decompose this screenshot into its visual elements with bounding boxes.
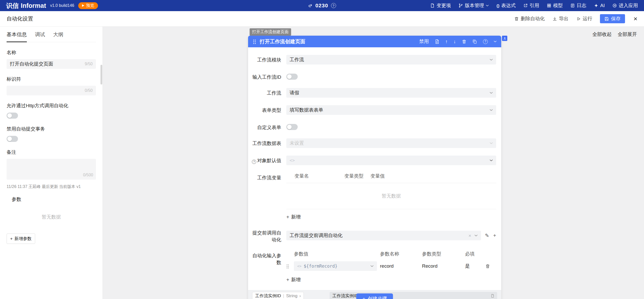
nav-item-log[interactable]: 日志	[570, 2, 586, 9]
last-updated-meta: 11/26 11:37 王延峰 最后更新 当前版本 v1	[7, 184, 96, 189]
remark-counter: 0/500	[83, 173, 93, 177]
delete-param-icon[interactable]	[485, 264, 490, 269]
default-obj-input[interactable]: <>	[286, 156, 496, 165]
chevron-down-icon	[490, 92, 493, 94]
card-header-actions: 禁用 ↑ ↓ ?	[419, 38, 497, 45]
param-value-select[interactable]: <> ${formRecord}	[294, 261, 377, 271]
nav-item-model[interactable]: 模型	[547, 2, 563, 9]
custom-form-toggle[interactable]	[286, 124, 298, 130]
output-name-input[interactable]: 工作流实例ID	[330, 292, 497, 299]
sidebar-scrollbar[interactable]	[100, 65, 102, 84]
disable-button[interactable]: 禁用	[419, 38, 429, 45]
trash-icon	[514, 16, 519, 21]
clear-icon[interactable]: ×	[468, 233, 471, 238]
nav-item-label: 表达式	[501, 2, 516, 9]
user-lookup-badge[interactable]	[502, 36, 507, 41]
remark-textarea[interactable]: 0/500	[7, 159, 96, 180]
plus-icon: +	[286, 277, 289, 282]
app-logo[interactable]: 识信 Informat	[6, 3, 46, 9]
nav-item-changes[interactable]: 变更项	[430, 2, 451, 9]
auto-params-label: 自动化输入参数	[248, 251, 281, 283]
nav-item-enter-app[interactable]: 进入应用	[612, 2, 638, 9]
form-type-label: 表单类型	[248, 105, 281, 115]
row-drag-handle-icon[interactable]	[286, 264, 289, 268]
auto-param-row: <> ${formRecord} record Record 是	[286, 261, 496, 271]
card-header[interactable]: 打开工作流创建页面 禁用 ↑ ↓ ?	[248, 36, 501, 47]
workflow-label: 工作流	[248, 88, 281, 98]
nav-item-label: 日志	[577, 2, 586, 9]
delete-label: 删除自动化	[521, 15, 545, 22]
expand-all-link[interactable]: 全部展开	[618, 31, 637, 38]
add-param-button[interactable]: + 新增参数	[7, 233, 35, 244]
code-icon: <>	[297, 264, 301, 268]
tab-basic-info[interactable]: 基本信息	[7, 31, 27, 42]
input-id-toggle[interactable]	[286, 74, 298, 80]
save-template-icon[interactable]	[435, 39, 439, 44]
chevron-down-icon	[370, 265, 374, 267]
output-doc-icon	[491, 294, 494, 298]
main-area: 基本信息 调试 大纲 名称 打开自动化提交页面 9/50 标识符 0/50 允许…	[0, 27, 644, 299]
add-param-row-button[interactable]: + 新增	[286, 276, 301, 283]
close-icon[interactable]: ×	[634, 15, 637, 22]
edit-automation-icon[interactable]: ✎	[485, 233, 489, 238]
nav-item-ai[interactable]: AI	[594, 3, 605, 8]
move-down-icon[interactable]: ↓	[454, 39, 456, 44]
chevron-down-icon	[486, 5, 489, 7]
output-variable-chip[interactable]: 工作流实例ID | String ›	[252, 292, 304, 299]
page-actions: 删除自动化 导出 运行 保存 ×	[514, 14, 637, 23]
add-automation-icon[interactable]: +	[493, 233, 496, 238]
model-grid-icon	[547, 3, 551, 8]
col-param-name: 参数名称	[380, 251, 422, 257]
field-row-datasheet: 工作流数据表 未设置	[248, 138, 501, 148]
pre-submit-select[interactable]: 工作流提交前调用自动化 ×	[286, 231, 481, 240]
module-value: 工作流	[290, 56, 304, 63]
col-param-value: 参数值	[294, 251, 380, 257]
create-step-button[interactable]: + 创建步骤	[356, 293, 393, 299]
page-header: 自动化设置 删除自动化 导出 运行 保存 ×	[0, 11, 644, 27]
collapse-all-link[interactable]: 全部收起	[592, 31, 612, 38]
redo-icon[interactable]	[308, 3, 313, 8]
field-row-form-type: 表单类型 填写数据表表单	[248, 105, 501, 115]
delete-automation-button[interactable]: 删除自动化	[514, 15, 545, 22]
module-select[interactable]: 工作流	[286, 55, 496, 65]
step-help-icon[interactable]: ?	[483, 39, 488, 44]
nav-item-expression[interactable]: {} 表达式	[496, 2, 516, 9]
tx-toggle[interactable]	[7, 136, 18, 142]
http-toggle[interactable]	[7, 113, 18, 119]
run-button[interactable]: 运行	[576, 15, 592, 22]
identifier-input[interactable]: 0/50	[7, 86, 96, 95]
export-button[interactable]: 导出	[552, 15, 569, 22]
save-button[interactable]: 保存	[600, 14, 625, 23]
field-help-icon[interactable]: ?	[252, 160, 256, 164]
delete-step-icon[interactable]	[462, 39, 467, 44]
preview-button[interactable]: 预览	[78, 2, 98, 9]
collapse-step-icon[interactable]	[494, 40, 497, 42]
ai-sparkle-icon	[594, 3, 598, 8]
name-input[interactable]: 打开自动化提交页面 9/50	[7, 59, 96, 69]
move-up-icon[interactable]: ↑	[445, 39, 448, 44]
copy-step-icon[interactable]	[472, 39, 477, 44]
form-type-select[interactable]: 填写数据表表单	[286, 105, 496, 115]
param-required-cell: 是	[465, 263, 485, 269]
workflow-select[interactable]: 请假	[286, 88, 496, 98]
tab-outline[interactable]: 大纲	[53, 31, 63, 42]
nav-item-reference[interactable]: 引用	[523, 2, 539, 9]
col-var-value: 变量值	[370, 173, 496, 179]
flow-canvas[interactable]: 全部收起 全部展开 打开工作流创建页面 打开工作流创建页面 禁用 ↑ ↓ ?	[103, 27, 644, 299]
navbar-menu: 变更项 版本管理 {} 表达式 引用 模型 日志 AI 进入应用	[430, 2, 638, 9]
tab-debug[interactable]: 调试	[35, 31, 45, 42]
help-icon[interactable]: ?	[331, 3, 336, 8]
field-row-auto-params: 自动化输入参数 参数值 参数名称 参数类型 必填	[248, 251, 501, 283]
field-row-default-obj: ? 对象默认值 <>	[248, 156, 501, 165]
default-obj-label-wrap: ? 对象默认值	[248, 156, 281, 165]
drag-handle-icon[interactable]	[253, 39, 256, 44]
add-variable-button[interactable]: + 新增	[286, 214, 301, 220]
workflow-step-card: 打开工作流创建页面 禁用 ↑ ↓ ? 工作流模块	[248, 36, 501, 299]
param-name-cell: record	[380, 263, 422, 269]
preview-label: 预览	[86, 3, 94, 8]
field-row-workflow: 工作流 请假	[248, 88, 501, 98]
sidebar-tabs: 基本信息 调试 大纲	[7, 27, 96, 42]
col-param-type: 参数类型	[422, 251, 465, 257]
variables-empty-text: 暂无数据	[286, 183, 496, 209]
nav-item-version[interactable]: 版本管理	[458, 2, 489, 9]
